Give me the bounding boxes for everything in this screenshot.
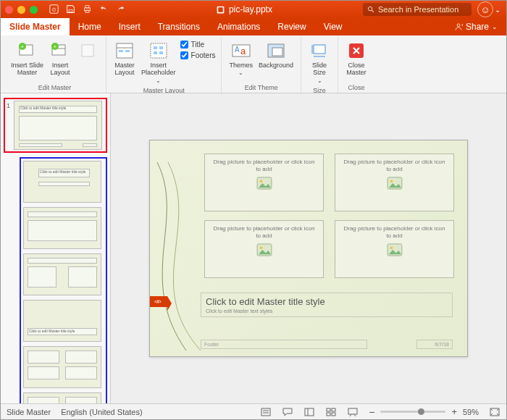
- undo-icon[interactable]: [99, 4, 109, 15]
- status-language[interactable]: English (United States): [61, 408, 143, 416]
- themes-button[interactable]: Aa Themes⌄: [227, 39, 254, 78]
- autosave-icon[interactable]: [49, 4, 59, 15]
- master-thumbnail[interactable]: Click to edit Master title style: [14, 101, 102, 150]
- slide-size-button[interactable]: Slide Size⌄: [307, 39, 332, 85]
- share-button[interactable]: + Share ⌄: [445, 18, 506, 35]
- search-input[interactable]: Search in Presentation: [363, 3, 472, 16]
- svg-rect-27: [154, 51, 157, 54]
- slide-canvas[interactable]: Drag picture to placeholder or click ico…: [149, 140, 468, 357]
- tab-animations[interactable]: Animations: [209, 18, 269, 35]
- svg-text:A: A: [235, 46, 240, 54]
- search-icon: [367, 6, 375, 14]
- picture-placeholder[interactable]: Drag picture to placeholder or click ico…: [335, 220, 454, 278]
- presentation-file-icon: [216, 5, 225, 14]
- insert-layout-button[interactable]: + Insert Layout: [48, 39, 72, 78]
- layout-thumbnail[interactable]: [23, 253, 101, 295]
- slideshow-button[interactable]: [347, 407, 359, 417]
- ribbon-tabs: Slide Master Home Insert Transitions Ani…: [1, 18, 506, 35]
- close-window-button[interactable]: [5, 6, 13, 14]
- picture-icon: [256, 243, 272, 256]
- zoom-out-button[interactable]: −: [369, 406, 374, 418]
- slide-number-ribbon[interactable]: ‹#›: [150, 296, 167, 307]
- tab-slide-master[interactable]: Slide Master: [1, 18, 70, 35]
- tab-home[interactable]: Home: [70, 18, 110, 35]
- layout-thumbnail[interactable]: Click to edit Master title style: [23, 161, 101, 203]
- thumbnail-panel[interactable]: 1 Click to edit Master title style Click…: [1, 93, 111, 403]
- share-icon: +: [454, 22, 463, 31]
- tab-view[interactable]: View: [315, 18, 351, 35]
- svg-rect-26: [159, 46, 163, 49]
- svg-point-45: [390, 247, 393, 250]
- insert-slide-master-button[interactable]: + Insert Slide Master: [9, 39, 45, 78]
- layout-thumbnail[interactable]: [23, 207, 101, 249]
- comments-button[interactable]: [282, 407, 293, 417]
- picture-placeholder[interactable]: Drag picture to placeholder or click ico…: [204, 220, 324, 278]
- normal-view-button[interactable]: [303, 407, 315, 417]
- title-checkbox[interactable]: Title: [180, 41, 216, 49]
- zoom-slider[interactable]: [380, 411, 445, 413]
- layout-thumbnails-highlight: Click to edit Master title style Click t…: [20, 157, 107, 403]
- chevron-down-icon[interactable]: ⌄: [495, 6, 500, 14]
- window-controls: [5, 6, 38, 14]
- minimize-window-button[interactable]: [17, 6, 25, 14]
- tab-insert[interactable]: Insert: [110, 18, 149, 35]
- svg-point-39: [259, 180, 262, 183]
- svg-point-10: [457, 24, 460, 27]
- slide-editor[interactable]: Drag picture to placeholder or click ico…: [111, 93, 506, 403]
- zoom-in-button[interactable]: +: [451, 406, 457, 417]
- notes-button[interactable]: [260, 407, 272, 417]
- svg-rect-4: [85, 5, 89, 7]
- svg-rect-7: [218, 7, 223, 12]
- redo-icon[interactable]: [116, 4, 125, 15]
- master-layout-button[interactable]: Master Layout: [112, 39, 137, 78]
- save-icon[interactable]: [66, 4, 75, 15]
- svg-rect-51: [327, 408, 330, 411]
- svg-rect-34: [314, 45, 325, 54]
- fit-to-window-button[interactable]: [489, 407, 500, 417]
- master-thumbnail-highlight: 1 Click to edit Master title style: [4, 98, 107, 153]
- print-icon[interactable]: [83, 4, 92, 15]
- svg-rect-25: [154, 46, 157, 49]
- tab-review[interactable]: Review: [269, 18, 314, 35]
- footers-checkbox[interactable]: Footers: [180, 51, 216, 59]
- svg-rect-52: [332, 408, 335, 411]
- zoom-percent[interactable]: 59%: [463, 408, 479, 416]
- svg-rect-55: [348, 408, 357, 414]
- maximize-window-button[interactable]: [30, 6, 38, 14]
- ribbon-group-size: Slide Size⌄ Size: [301, 37, 338, 93]
- delete-button[interactable]: [75, 39, 100, 62]
- ribbon: + Insert Slide Master + Insert Layout Ed…: [1, 35, 506, 93]
- picture-icon: [387, 177, 403, 190]
- close-master-button[interactable]: Close Master: [344, 39, 369, 78]
- date-placeholder[interactable]: 6/7/18: [416, 340, 453, 349]
- svg-rect-28: [159, 51, 163, 54]
- svg-rect-54: [332, 413, 335, 416]
- window-titlebar: pic-lay.pptx Search in Presentation ☺ ⌄: [1, 1, 506, 18]
- svg-text:+: +: [20, 43, 24, 50]
- svg-rect-23: [125, 50, 130, 52]
- picture-placeholder[interactable]: Drag picture to placeholder or click ico…: [335, 154, 454, 211]
- tab-transitions[interactable]: Transitions: [149, 18, 209, 35]
- layout-thumbnail[interactable]: Click to edit Master title style: [23, 300, 101, 342]
- picture-placeholder[interactable]: Drag picture to placeholder or click ico…: [204, 154, 324, 211]
- svg-rect-53: [327, 413, 330, 416]
- insert-placeholder-button[interactable]: Insert Placeholder⌄: [140, 39, 177, 85]
- layout-thumbnail[interactable]: [23, 392, 101, 403]
- svg-rect-33: [272, 48, 282, 56]
- group-label-edit-master: Edit Master: [38, 83, 72, 93]
- status-view-label: Slide Master: [7, 408, 51, 416]
- footer-placeholder[interactable]: Footer: [201, 340, 367, 349]
- ribbon-group-master-layout: Master Layout Insert Placeholder⌄ Title …: [106, 37, 222, 93]
- svg-point-41: [390, 180, 393, 183]
- sorter-view-button[interactable]: [325, 407, 337, 417]
- zoom-control: − + 59%: [369, 406, 479, 418]
- background-button[interactable]: Background: [257, 39, 295, 70]
- account-button[interactable]: ☺: [477, 1, 493, 17]
- title-placeholder[interactable]: Click to edit Master title style Click t…: [201, 293, 453, 317]
- layout-thumbnail[interactable]: [23, 346, 101, 388]
- search-placeholder: Search in Presentation: [378, 5, 458, 14]
- ribbon-group-edit-master: + Insert Slide Master + Insert Layout Ed…: [4, 37, 106, 93]
- svg-point-43: [259, 247, 262, 250]
- quick-access-toolbar: [49, 4, 125, 15]
- svg-rect-19: [82, 45, 93, 56]
